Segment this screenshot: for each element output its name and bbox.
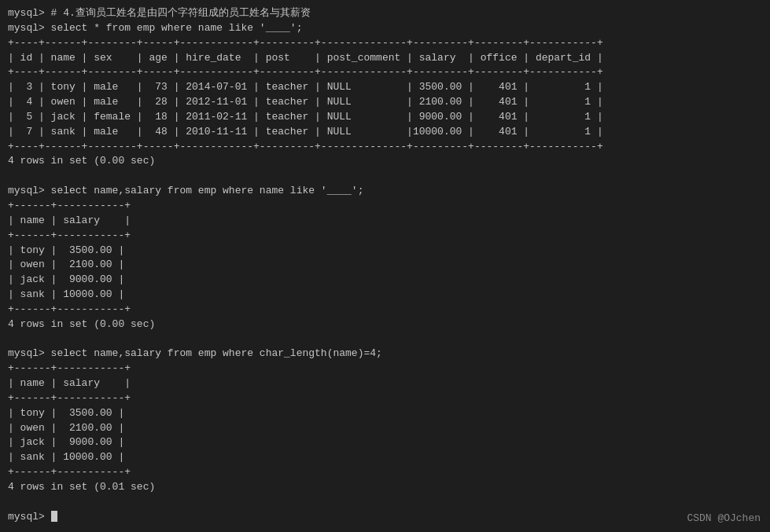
- terminal-window: mysql> # 4.查询员工姓名是由四个字符组成的员工姓名与其薪资 mysql…: [0, 0, 770, 532]
- watermark: CSDN @OJchen: [687, 512, 761, 524]
- terminal-cursor: [51, 511, 57, 522]
- terminal-content: mysql> # 4.查询员工姓名是由四个字符组成的员工姓名与其薪资 mysql…: [8, 6, 762, 525]
